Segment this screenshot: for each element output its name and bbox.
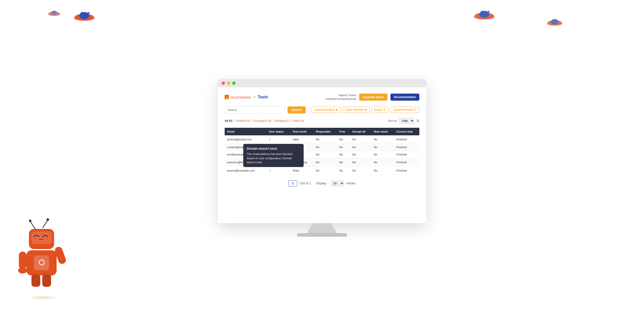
plan-remaining: Unlimited remaining tests <box>325 97 356 101</box>
cell-accept-all: No <box>350 151 371 158</box>
search-button[interactable]: Search <box>288 106 306 113</box>
svg-point-12 <box>481 11 482 12</box>
svg-point-10 <box>479 11 489 18</box>
cell-role-email: No <box>371 143 394 151</box>
sort-by-label: Sort by <box>388 119 397 122</box>
table-row: zevererv@fegegferg.erg ✕ Not existing No… <box>225 158 419 166</box>
cell-user-status: ✓ <box>266 166 290 175</box>
sort-select[interactable]: Date <box>399 118 414 124</box>
sort-direction-icon[interactable]: ⇅ <box>416 119 419 123</box>
cell-current-step: Finished <box>394 151 419 158</box>
svg-point-3 <box>88 12 90 14</box>
action-buttons: Cancel pending ⊗ Clear finished ⊗ Export… <box>311 107 419 113</box>
cell-email: tom@example.com <box>225 151 266 158</box>
table-row: contact@example.c No No No No Finished <box>225 143 419 151</box>
svg-point-11 <box>488 11 490 13</box>
plan-name: Agency Yearly <box>325 93 356 97</box>
cell-test-result <box>290 143 313 151</box>
svg-point-15 <box>551 19 558 24</box>
breadcrumb-app-name: AcyChecker <box>231 95 251 99</box>
cell-test-result: Risky <box>290 166 313 175</box>
header-right: Agency Yearly Unlimited remaining tests … <box>325 93 419 101</box>
col-role-email: Role email <box>371 128 394 135</box>
documentation-button[interactable]: Documentation <box>390 94 419 101</box>
cell-role-email: No <box>371 166 394 175</box>
svg-line-18 <box>43 220 48 228</box>
upgrade-plans-button[interactable]: Upgrade plans <box>359 94 387 101</box>
per-page-select[interactable]: 20 50 100 <box>331 180 344 186</box>
app-window: 🔥 AcyChecker > Tests Agency Yearly Unlim… <box>218 79 426 223</box>
app-logo-icon: 🔥 <box>225 95 229 99</box>
maximize-button[interactable] <box>232 82 235 85</box>
cell-free: No <box>337 143 350 151</box>
filter-pending[interactable]: Pending (0) <box>275 119 289 122</box>
filter-failed[interactable]: Failed (0) <box>292 119 304 122</box>
table-row: jeremy@acyba.com ✓ Valid No No No No Fin… <box>225 135 419 144</box>
cell-current-step: Finished <box>394 135 419 144</box>
svg-text:⬡: ⬡ <box>38 259 45 266</box>
svg-rect-29 <box>31 274 40 287</box>
filter-finished[interactable]: Finished (5) <box>235 119 250 122</box>
svg-rect-22 <box>39 239 44 240</box>
export-blocked-icon: ↧ <box>414 108 417 111</box>
cell-free: No <box>337 135 350 144</box>
export-button[interactable]: Export ↧ <box>372 107 389 113</box>
app-content: 🔥 AcyChecker > Tests Agency Yearly Unlim… <box>218 87 426 223</box>
status-check-icon: ✓ <box>269 137 272 141</box>
filter-in-progress[interactable]: In progress (0) <box>253 119 271 122</box>
status-cross-icon: ✕ <box>269 160 272 164</box>
svg-point-14 <box>547 22 563 26</box>
breadcrumb-current: Tests <box>258 95 268 99</box>
svg-rect-21 <box>31 231 52 244</box>
out-of: Out of 1 <box>300 182 311 185</box>
search-input[interactable] <box>225 106 285 114</box>
plan-info: Agency Yearly Unlimited remaining tests <box>325 93 356 101</box>
col-free: Free <box>337 128 350 135</box>
monitor-frame: 🔥 AcyChecker > Tests Agency Yearly Unlim… <box>218 79 426 237</box>
display-label: Display <box>316 182 326 185</box>
cell-disposable: No <box>313 135 337 144</box>
svg-point-27 <box>18 267 27 273</box>
breadcrumb: 🔥 AcyChecker > Tests <box>225 95 268 100</box>
page-input[interactable] <box>288 180 297 186</box>
cell-disposable: No <box>313 158 337 166</box>
export-icon: ↧ <box>384 108 386 111</box>
svg-point-6 <box>48 13 60 16</box>
minimize-button[interactable] <box>227 82 230 85</box>
col-test-result: Test result <box>290 128 313 135</box>
col-user-status: User status <box>266 128 290 135</box>
cell-user-status <box>266 143 290 151</box>
cell-role-email: No <box>371 135 394 144</box>
cell-user-status: ✓ <box>266 135 290 144</box>
breadcrumb-app: 🔥 AcyChecker <box>225 95 251 99</box>
filter-all[interactable]: All (5) <box>225 119 232 122</box>
svg-point-19 <box>47 218 49 221</box>
svg-point-4 <box>81 12 83 13</box>
cell-accept-all: No <box>350 166 371 175</box>
cell-role-email: No <box>371 158 394 166</box>
pagination: Out of 1 Display 20 50 100 entries <box>225 180 419 186</box>
cell-email: jeremy@example.com <box>225 166 266 175</box>
cell-current-step: Finished <box>394 158 419 166</box>
cell-user-status <box>266 151 290 158</box>
sort-bar: Sort by Date ⇅ <box>388 118 419 124</box>
close-button[interactable] <box>222 82 225 85</box>
svg-rect-26 <box>19 252 26 269</box>
monitor-stand <box>307 223 337 233</box>
cancel-pending-button[interactable]: Cancel pending ⊗ <box>311 107 341 113</box>
cell-free: No <box>337 151 350 158</box>
col-disposable: Disposable <box>313 128 337 135</box>
cancel-icon: ⊗ <box>336 108 338 111</box>
robot-mascot: ⬡ <box>15 216 70 297</box>
export-blocked-button[interactable]: Export blocked ↧ <box>391 107 419 113</box>
filter-tabs: All (5) | Finished (5) | In progress (0)… <box>225 118 419 124</box>
svg-point-0 <box>75 14 94 20</box>
cell-current-step: Finished <box>394 143 419 151</box>
clear-finished-button[interactable]: Clear finished ⊗ <box>343 107 370 113</box>
cell-email: zevererv@fegegferg.erg <box>225 158 266 166</box>
cell-user-status: ✕ <box>266 158 290 166</box>
table-row: jeremy@example.com ✓ Risky No No No No F… <box>225 166 419 175</box>
cell-disposable: No <box>313 143 337 151</box>
cell-free: No <box>337 166 350 175</box>
cell-disposable: No <box>313 166 337 175</box>
